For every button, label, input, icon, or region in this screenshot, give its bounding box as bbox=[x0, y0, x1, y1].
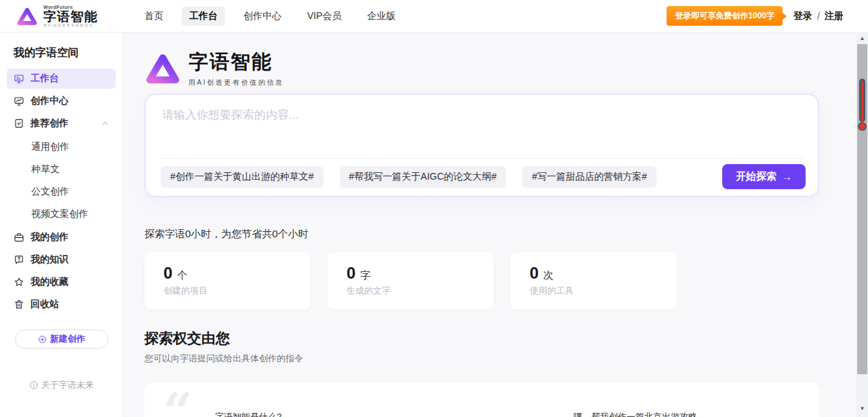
sidebar-item-recommended[interactable]: 推荐创作 bbox=[7, 113, 116, 134]
top-header: WordFuture 字语智能 用AI创造更有价值的信息 首页 工作台 创作中心… bbox=[0, 0, 868, 33]
brand-triangle-icon bbox=[16, 6, 38, 26]
scroll-thermometer-indicator bbox=[858, 79, 867, 131]
nav-creation-center[interactable]: 创作中心 bbox=[236, 7, 289, 26]
stat-unit: 次 bbox=[543, 269, 553, 282]
sidebar-subitem-general[interactable]: 通用创作 bbox=[0, 136, 123, 158]
nav-vip[interactable]: VIP会员 bbox=[300, 7, 349, 26]
sidebar-subitem-official[interactable]: 公文创作 bbox=[0, 180, 123, 203]
monitor-icon bbox=[14, 73, 24, 84]
about-link[interactable]: 关于字语未来 bbox=[0, 379, 123, 391]
stat-unit: 个 bbox=[177, 269, 187, 282]
hero-tagline: 用AI创造更有价值的信息 bbox=[189, 78, 284, 87]
quote-mark-icon: “ bbox=[163, 386, 193, 417]
sidebar-item-recycle-bin[interactable]: 回收站 bbox=[7, 294, 116, 315]
brand-micro-tagline: 用AI创造更有价值的信息 bbox=[43, 24, 98, 27]
stat-value: 0 bbox=[163, 264, 172, 283]
plus-circle-icon bbox=[38, 335, 47, 344]
search-input[interactable] bbox=[146, 95, 818, 158]
sidebar: 我的字语空间 工作台 创作中心 推荐创作 通用创作 种草文 公文创作 视频文案创 bbox=[0, 33, 123, 417]
start-explore-button[interactable]: 开始探索 → bbox=[722, 164, 806, 189]
stat-label: 生成的文字 bbox=[347, 285, 494, 297]
login-link[interactable]: 登录 bbox=[793, 10, 812, 22]
login-promo-badge[interactable]: 登录即可享免费创作1000字 bbox=[667, 6, 783, 26]
hero-brand: 字语智能 用AI创造更有价值的信息 bbox=[144, 49, 868, 87]
stat-unit: 字 bbox=[360, 269, 370, 282]
explore-section-title: 探索权交由您 bbox=[144, 329, 868, 348]
trash-icon bbox=[14, 299, 24, 310]
explore-section-subtitle: 您可以向字语提问或给出具体创作的指令 bbox=[144, 353, 868, 365]
stat-value: 0 bbox=[530, 264, 538, 283]
stats-summary: 探索字语0小时，为您节省共0个小时 bbox=[144, 228, 868, 241]
header-brand-logo[interactable]: WordFuture 字语智能 用AI创造更有价值的信息 bbox=[16, 5, 119, 27]
sidebar-title: 我的字语空间 bbox=[0, 46, 123, 60]
briefcase-icon bbox=[14, 232, 24, 243]
sidebar-item-label: 我的知识 bbox=[31, 254, 68, 266]
chat-question-icon bbox=[14, 254, 24, 265]
sidebar-item-label: 推荐创作 bbox=[31, 117, 68, 130]
prompt-chip-huangshan[interactable]: #创作一篇关于黄山出游的种草文# bbox=[161, 166, 323, 188]
auth-separator: / bbox=[817, 11, 820, 22]
nav-workbench[interactable]: 工作台 bbox=[182, 7, 225, 26]
brand-name: 字语智能 bbox=[43, 10, 98, 24]
sidebar-item-label: 我的创作 bbox=[31, 231, 68, 243]
about-label: 关于字语未来 bbox=[41, 379, 94, 391]
sidebar-item-label: 回收站 bbox=[31, 298, 59, 311]
sidebar-item-label: 我的收藏 bbox=[31, 276, 68, 288]
stat-card-tools: 0 次 使用的工具 bbox=[511, 252, 677, 309]
sidebar-item-label: 工作台 bbox=[31, 73, 59, 85]
star-icon bbox=[14, 277, 24, 287]
page-scrollbar: ▲ ▼ bbox=[856, 33, 868, 417]
example-prompts-card: “ 字语智能是什么? 嘿，帮我创作一篇北京出游攻略 bbox=[144, 382, 819, 417]
search-card: #创作一篇关于黄山出游的种草文# #帮我写一篇关于AIGC的论文大纲# #写一篇… bbox=[144, 94, 819, 197]
main-nav: 首页 工作台 创作中心 VIP会员 企业版 bbox=[137, 7, 403, 26]
auth-links: 登录 / 注册 bbox=[793, 10, 844, 22]
example-prompt-what-is[interactable]: 字语智能是什么? bbox=[215, 411, 281, 417]
stat-label: 使用的工具 bbox=[530, 285, 677, 297]
arrow-right-icon: → bbox=[782, 171, 792, 182]
document-check-icon bbox=[14, 118, 24, 129]
stat-label: 创建的项目 bbox=[163, 285, 311, 297]
sidebar-subitem-seeding[interactable]: 种草文 bbox=[0, 158, 123, 180]
stat-value: 0 bbox=[347, 264, 355, 283]
sidebar-item-creation-center[interactable]: 创作中心 bbox=[7, 91, 116, 111]
sidebar-item-my-knowledge[interactable]: 我的知识 bbox=[7, 250, 116, 270]
nav-home[interactable]: 首页 bbox=[137, 7, 171, 26]
main-content: 字语智能 用AI创造更有价值的信息 #创作一篇关于黄山出游的种草文# #帮我写一… bbox=[123, 33, 868, 417]
info-circle-icon bbox=[29, 380, 39, 390]
sidebar-item-my-creations[interactable]: 我的创作 bbox=[7, 227, 116, 247]
sidebar-item-workbench[interactable]: 工作台 bbox=[7, 68, 116, 89]
new-creation-label: 新建创作 bbox=[50, 333, 85, 345]
scrollbar-down-arrow[interactable]: ▼ bbox=[856, 406, 868, 412]
register-link[interactable]: 注册 bbox=[825, 10, 844, 22]
hero-brand-name: 字语智能 bbox=[189, 49, 284, 76]
thermometer-bulb bbox=[858, 122, 867, 131]
prompt-chip-dessert[interactable]: #写一篇甜品店的营销方案# bbox=[522, 166, 656, 188]
stat-card-words: 0 字 生成的文字 bbox=[328, 252, 494, 309]
start-explore-label: 开始探索 bbox=[736, 170, 776, 183]
thermometer-mercury bbox=[862, 82, 863, 121]
prompt-chip-aigc[interactable]: #帮我写一篇关于AIGC的论文大纲# bbox=[340, 166, 507, 188]
scrollbar-up-arrow[interactable]: ▲ bbox=[856, 36, 868, 41]
monitor-chart-icon bbox=[14, 96, 24, 106]
stat-cards: 0 个 创建的项目 0 字 生成的文字 0 次 使用的工具 bbox=[144, 252, 868, 309]
chevron-up-icon[interactable] bbox=[101, 119, 109, 127]
nav-enterprise[interactable]: 企业版 bbox=[360, 7, 403, 26]
example-prompt-beijing[interactable]: 嘿，帮我创作一篇北京出游攻略 bbox=[574, 411, 697, 417]
thermometer-stem bbox=[859, 79, 865, 122]
new-creation-button[interactable]: 新建创作 bbox=[15, 330, 108, 349]
hero-triangle-icon bbox=[144, 52, 181, 85]
stat-card-projects: 0 个 创建的项目 bbox=[144, 252, 311, 309]
sidebar-item-my-favorites[interactable]: 我的收藏 bbox=[7, 272, 116, 292]
sidebar-item-label: 创作中心 bbox=[31, 95, 68, 107]
sidebar-subitem-video-copy[interactable]: 视频文案创作 bbox=[0, 203, 123, 225]
